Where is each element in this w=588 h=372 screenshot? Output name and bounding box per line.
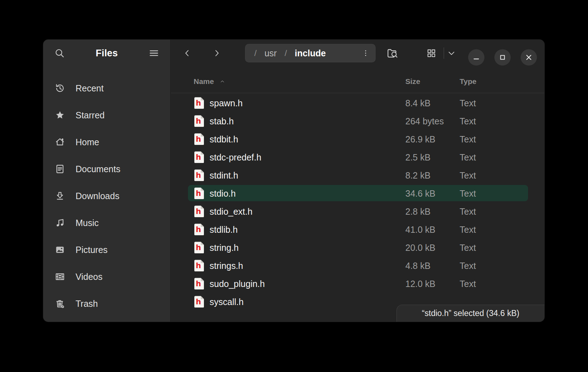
file-name: syscall.h <box>210 297 244 307</box>
sidebar-item-trash[interactable]: Trash <box>43 290 170 317</box>
file-type: Text <box>460 224 476 235</box>
star-icon <box>54 109 66 121</box>
maximize-icon <box>498 53 507 62</box>
file-size: 2.8 kB <box>405 206 431 216</box>
file-name: stab.h <box>210 116 234 126</box>
music-icon <box>54 217 66 229</box>
sort-ascending-icon <box>219 79 226 84</box>
table-row-strings.h[interactable]: hstrings.h4.8 kBText <box>171 257 544 275</box>
path-bar[interactable]: /usr/include <box>245 44 376 62</box>
column-header-type[interactable]: Type <box>460 77 476 86</box>
file-name: stdbit.h <box>210 134 238 144</box>
table-row-stdio.h[interactable]: hstdio.h34.6 kBText <box>171 184 544 202</box>
view-options-button[interactable] <box>444 45 459 61</box>
sidebar-list: RecentStarredHomeDocumentsDownloadsMusic… <box>43 75 170 317</box>
maximize-button[interactable] <box>494 49 511 66</box>
sidebar-item-label: Documents <box>76 164 120 174</box>
column-header-name[interactable]: Name <box>194 77 226 86</box>
file-type: Text <box>460 278 476 289</box>
header-file-icon: h <box>194 224 204 235</box>
chevron-left-icon <box>183 48 192 58</box>
sidebar-item-recent[interactable]: Recent <box>43 75 170 102</box>
table-row-string.h[interactable]: hstring.h20.0 kBText <box>171 238 544 257</box>
file-type: Text <box>460 206 476 216</box>
hamburger-menu-icon <box>148 47 160 59</box>
download-icon <box>54 190 66 202</box>
sidebar-item-label: Recent <box>76 83 104 94</box>
app-title: Files <box>96 48 118 59</box>
column-header-type-label: Type <box>460 77 476 86</box>
sidebar-item-label: Downloads <box>76 191 120 201</box>
chevron-right-icon <box>212 48 221 58</box>
header-file-icon: h <box>194 133 204 145</box>
file-size: 8.2 kB <box>405 170 431 180</box>
file-name: stdc-predef.h <box>210 152 261 162</box>
folder-search-icon <box>387 47 398 59</box>
path-segment-include[interactable]: include <box>295 48 326 58</box>
document-icon <box>54 163 66 175</box>
close-button[interactable] <box>521 49 537 66</box>
file-list: hspawn.h8.4 kBTexthstab.h264 bytesTexths… <box>171 94 544 322</box>
search-current-folder-button[interactable] <box>384 45 400 61</box>
recent-icon <box>54 83 66 94</box>
grid-view-button[interactable] <box>423 45 439 61</box>
minimize-button[interactable] <box>468 49 484 66</box>
file-size: 41.0 kB <box>405 224 436 235</box>
file-size: 12.0 kB <box>405 278 436 289</box>
table-row-stdio_ext.h[interactable]: hstdio_ext.h2.8 kBText <box>171 202 544 220</box>
table-row-stdint.h[interactable]: hstdint.h8.2 kBText <box>171 166 544 184</box>
sidebar-item-home[interactable]: Home <box>43 129 170 156</box>
path-menu-button[interactable] <box>361 48 376 58</box>
main-menu-button[interactable] <box>146 45 162 61</box>
table-row-stdbit.h[interactable]: hstdbit.h26.9 kBText <box>171 130 544 148</box>
header-file-icon: h <box>194 115 204 127</box>
file-type: Text <box>460 260 476 271</box>
table-row-spawn.h[interactable]: hspawn.h8.4 kBText <box>171 94 544 112</box>
path-segment-usr[interactable]: usr <box>265 48 277 58</box>
file-type: Text <box>460 188 476 198</box>
sidebar-item-label: Trash <box>76 299 98 309</box>
selection-status-popup: “stdio.h” selected (34.6 kB) <box>396 305 544 322</box>
home-icon <box>54 136 66 148</box>
table-row-stdc-predef.h[interactable]: hstdc-predef.h2.5 kBText <box>171 148 544 166</box>
minimize-icon <box>472 53 481 62</box>
files-window: Files RecentStarredHomeDocumentsDownload… <box>43 40 544 322</box>
sidebar-item-videos[interactable]: Videos <box>43 263 170 290</box>
table-row-sudo_plugin.h[interactable]: hsudo_plugin.h12.0 kBText <box>171 275 544 293</box>
column-header-size[interactable]: Size <box>405 77 420 86</box>
file-size: 26.9 kB <box>405 134 436 144</box>
file-size: 8.4 kB <box>405 98 431 108</box>
file-type: Text <box>460 116 476 126</box>
table-row-stdlib.h[interactable]: hstdlib.h41.0 kBText <box>171 220 544 238</box>
desktop: Files RecentStarredHomeDocumentsDownload… <box>0 0 588 372</box>
sidebar-item-label: Pictures <box>76 245 107 255</box>
sidebar-item-starred[interactable]: Starred <box>43 102 170 129</box>
forward-button[interactable] <box>209 45 224 61</box>
sidebar-item-label: Videos <box>76 272 102 282</box>
table-row-stab.h[interactable]: hstab.h264 bytesText <box>171 112 544 130</box>
file-name: stdio.h <box>210 188 236 198</box>
kebab-icon <box>361 48 370 58</box>
toolbar: /usr/include <box>171 40 544 67</box>
trash-icon <box>54 298 66 309</box>
sidebar-item-pictures[interactable]: Pictures <box>43 236 170 263</box>
path-separator: / <box>284 48 287 58</box>
sidebar-item-downloads[interactable]: Downloads <box>43 182 170 209</box>
sidebar-item-music[interactable]: Music <box>43 209 170 236</box>
grid-view-icon <box>426 48 437 58</box>
file-type: Text <box>460 134 476 144</box>
file-size: 2.5 kB <box>405 152 431 162</box>
back-button[interactable] <box>179 45 195 61</box>
column-header-size-label: Size <box>405 77 420 86</box>
file-name: string.h <box>210 242 239 253</box>
file-type: Text <box>460 242 476 253</box>
header-file-icon: h <box>194 169 204 181</box>
header-file-icon: h <box>194 242 204 253</box>
sidebar-item-documents[interactable]: Documents <box>43 156 170 182</box>
search-button[interactable] <box>52 45 67 61</box>
header-file-icon: h <box>194 296 204 308</box>
file-name: spawn.h <box>210 98 243 108</box>
sidebar: Files RecentStarredHomeDocumentsDownload… <box>43 40 171 322</box>
header-file-icon: h <box>194 260 204 271</box>
path-separator: / <box>254 48 257 58</box>
